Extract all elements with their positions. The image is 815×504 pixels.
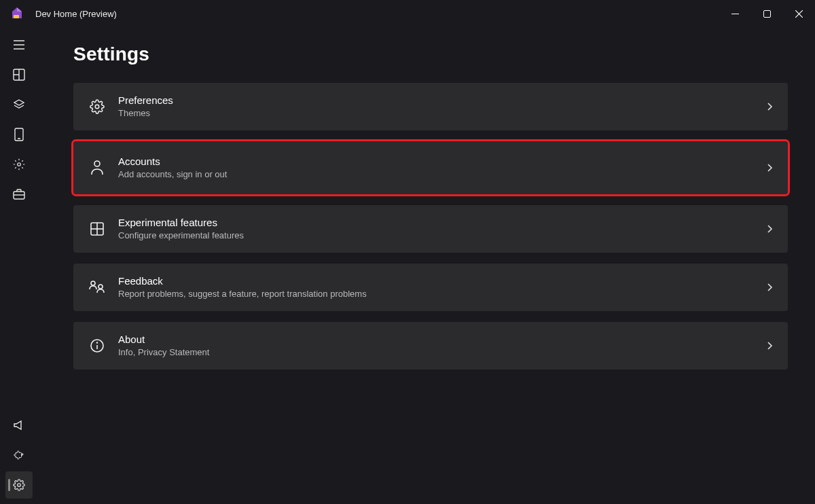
gear-icon — [88, 99, 106, 114]
svg-point-14 — [18, 484, 21, 487]
settings-card-preferences[interactable]: Preferences Themes — [73, 83, 788, 130]
active-indicator — [8, 479, 10, 491]
grid-icon — [88, 221, 106, 236]
chevron-right-icon — [765, 102, 774, 111]
settings-card-experimental[interactable]: Experimental features Configure experime… — [73, 205, 788, 253]
dashboard-icon[interactable] — [5, 61, 33, 88]
svg-point-24 — [97, 342, 98, 343]
chevron-right-icon — [765, 224, 774, 234]
svg-rect-1 — [731, 14, 739, 14]
briefcase-icon[interactable] — [5, 181, 33, 208]
settings-card-feedback[interactable]: Feedback Report problems, suggest a feat… — [73, 264, 788, 311]
chevron-right-icon — [765, 341, 774, 350]
svg-rect-0 — [14, 15, 19, 18]
card-subtitle: Info, Privacy Statement — [118, 346, 765, 359]
card-subtitle: Themes — [118, 107, 765, 120]
svg-point-21 — [98, 285, 103, 289]
svg-point-16 — [94, 161, 100, 166]
settings-card-accounts[interactable]: Accounts Add accounts, sign in or out — [73, 141, 788, 194]
card-title: Feedback — [118, 274, 765, 288]
settings-gear-icon[interactable] — [5, 151, 33, 178]
main-content: Settings Preferences Themes — [38, 27, 815, 504]
card-title: About — [118, 333, 765, 346]
card-title: Preferences — [118, 94, 765, 107]
info-icon — [88, 338, 106, 353]
card-title: Accounts — [118, 155, 765, 168]
titlebar[interactable]: Dev Home (Preview) — [0, 0, 815, 27]
sidebar — [0, 27, 38, 504]
extensions-icon[interactable] — [5, 442, 33, 469]
app-title: Dev Home (Preview) — [35, 9, 117, 19]
app-icon — [10, 6, 24, 21]
person-icon — [88, 160, 106, 176]
chevron-right-icon — [765, 163, 774, 173]
card-subtitle: Add accounts, sign in or out — [118, 168, 765, 181]
chevron-right-icon — [765, 283, 774, 292]
minimize-button[interactable] — [719, 0, 751, 27]
card-subtitle: Configure experimental features — [118, 230, 765, 242]
hamburger-menu-icon[interactable] — [5, 31, 33, 58]
maximize-button[interactable] — [751, 0, 783, 27]
layers-icon[interactable] — [5, 91, 33, 118]
settings-nav-icon[interactable] — [5, 471, 33, 499]
megaphone-icon[interactable] — [5, 412, 33, 439]
settings-card-about[interactable]: About Info, Privacy Statement — [73, 322, 788, 370]
svg-point-20 — [91, 281, 95, 285]
svg-rect-2 — [764, 10, 771, 17]
close-button[interactable] — [783, 0, 815, 27]
card-subtitle: Report problems, suggest a feature, repo… — [118, 288, 765, 300]
svg-point-11 — [18, 163, 21, 166]
page-title: Settings — [73, 43, 788, 65]
device-icon[interactable] — [5, 121, 33, 148]
card-title: Experimental features — [118, 216, 765, 230]
svg-point-15 — [95, 105, 99, 109]
feedback-icon — [88, 280, 106, 295]
